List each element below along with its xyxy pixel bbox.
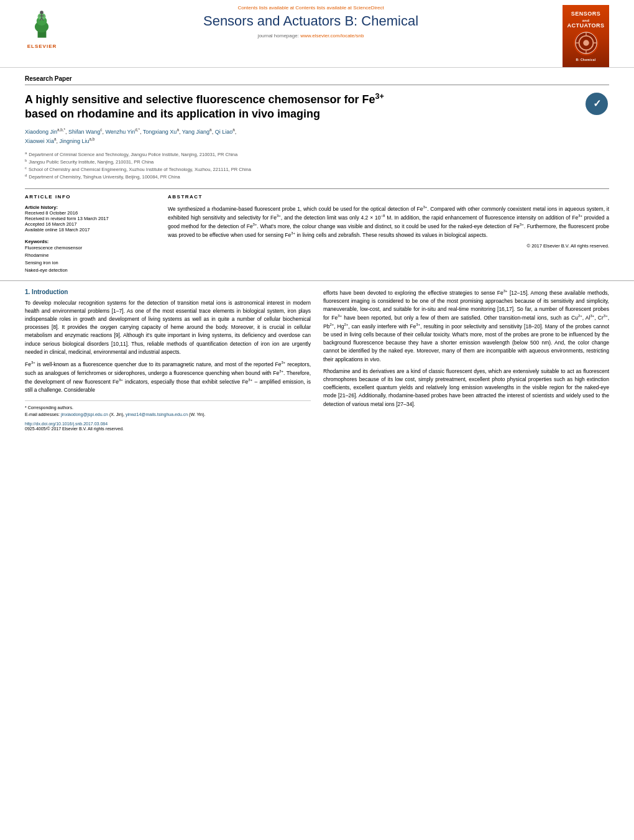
revised-date: Received in revised form 13 March 2017	[25, 216, 155, 221]
author-xiaowei-xia: Xiaowei Xia	[25, 138, 54, 144]
issn-text: 0925-4005/© 2017 Elsevier B.V. All right…	[25, 426, 311, 433]
doi-url[interactable]: http://dx.doi.org/10.1016/j.snb.2017.03.…	[25, 422, 311, 426]
homepage-url[interactable]: www.elsevier.com/locate/snb	[300, 33, 364, 39]
intro-para-1: To develop molecular recognition systems…	[25, 299, 311, 394]
affiliation-d: d Department of Chemistry, Tsinghua Univ…	[25, 173, 609, 181]
accepted-date: Accepted 16 March 2017	[25, 221, 155, 227]
email-link-1[interactable]: jinxiaodong@jspi.edu.cn	[61, 412, 108, 417]
authors-list: Xiaodong Jina,b,*, Shifan Wangc, Wenzhu …	[25, 127, 609, 146]
author-xiaodong-jin: Xiaodong Jin	[25, 129, 57, 135]
author-jingning-liu: Jingning Liu	[60, 138, 90, 144]
author-qi-liao: Qi Liao	[215, 129, 233, 135]
body-col-left: 1. Introduction To develop molecular rec…	[25, 288, 311, 433]
elsevier-tree-icon	[25, 5, 59, 42]
journal-header: ELSEVIER Contents lists available at Con…	[0, 0, 634, 68]
article-type-label: Research Paper	[25, 75, 609, 85]
body-columns: 1. Introduction To develop molecular rec…	[25, 288, 609, 433]
body-col-right: efforts have been devoted to exploring t…	[323, 288, 609, 433]
article-history: Article history: Received 8 October 2016…	[25, 205, 155, 233]
footnotes: * Corresponding authors. E-mail addresse…	[25, 400, 311, 418]
keyword-1: Fluorescence chemosensor	[25, 244, 155, 252]
intro-section-title: 1. Introduction	[25, 288, 311, 295]
keyword-3: Sensing iron ion	[25, 259, 155, 267]
doi-section: http://dx.doi.org/10.1016/j.snb.2017.03.…	[25, 422, 311, 433]
sensors-actuators-badge: SENSORS and ACTUATORS	[563, 5, 609, 67]
elsevier-logo: ELSEVIER	[25, 5, 59, 49]
available-date: Available online 18 March 2017	[25, 227, 155, 233]
svg-point-4	[40, 11, 44, 14]
author-yang-jiang: Yang Jiang	[182, 129, 209, 135]
article-info-abstract: ARTICLE INFO Article history: Received 8…	[25, 188, 609, 274]
email-link-2[interactable]: yinwz14@mails.tsinghua.edu.cn	[126, 412, 188, 417]
article-title: A highly sensitive and selective fluores…	[25, 91, 575, 122]
affiliations: a Department of Criminal Science and Tec…	[25, 151, 609, 181]
abstract-text: We synthesized a rhodamine-based fluores…	[168, 205, 609, 239]
badge-image	[574, 30, 599, 55]
keywords-label: Keywords:	[25, 239, 155, 244]
sciencedirect-link-text[interactable]: Contents lists available at ScienceDirec…	[295, 5, 384, 11]
intro-para-right-1: efforts have been devoted to exploring t…	[323, 288, 609, 408]
main-body: 1. Introduction To develop molecular rec…	[0, 280, 634, 445]
badge-title-sensors: SENSORS	[571, 11, 601, 17]
svg-text:✓: ✓	[593, 98, 601, 109]
author-shifan-wang: Shifan Wang	[68, 129, 100, 135]
email-footnote: E-mail addresses: jinxiaodong@jspi.edu.c…	[25, 412, 311, 418]
badge-subtitle: B: Chemical	[576, 58, 595, 62]
article-info-col: ARTICLE INFO Article history: Received 8…	[25, 194, 155, 274]
journal-info: Contents lists available at Contents lis…	[59, 5, 563, 39]
keywords-section: Keywords: Fluorescence chemosensor Rhoda…	[25, 239, 155, 274]
affiliation-b: b Jiangsu Public Security Institute, Nan…	[25, 159, 609, 166]
affiliation-c: c School of Chemistry and Chemical Engin…	[25, 166, 609, 173]
affiliation-a: a Department of Criminal Science and Tec…	[25, 151, 609, 159]
copyright-notice: © 2017 Elsevier B.V. All rights reserved…	[168, 243, 609, 249]
article-section: Research Paper A highly sensitive and se…	[0, 68, 634, 274]
crossmark-badge[interactable]: ✓	[584, 91, 609, 116]
page: ELSEVIER Contents lists available at Con…	[0, 0, 634, 840]
abstract-label: ABSTRACT	[168, 194, 609, 200]
abstract-col: ABSTRACT We synthesized a rhodamine-base…	[168, 194, 609, 274]
sciencedirect-text: Contents lists available at Contents lis…	[71, 5, 550, 11]
article-header: A highly sensitive and selective fluores…	[25, 91, 609, 122]
keyword-2: Rhodamine	[25, 252, 155, 259]
keyword-4: Naked-eye detection	[25, 267, 155, 274]
article-info-label: ARTICLE INFO	[25, 194, 155, 200]
author-wenzhu-yin: Wenzhu Yin	[105, 129, 135, 135]
badge-title-actuators: ACTUATORS	[567, 22, 604, 29]
svg-point-11	[583, 40, 589, 47]
author-tongxiang-xu: Tongxiang Xu	[143, 129, 177, 135]
journal-homepage: journal homepage: www.elsevier.com/locat…	[71, 33, 550, 39]
received-date: Received 8 October 2016	[25, 210, 155, 216]
elsevier-logo-section: ELSEVIER	[25, 5, 59, 49]
sensors-badge-container: SENSORS and ACTUATORS	[563, 5, 609, 67]
journal-title: Sensors and Actuators B: Chemical	[71, 13, 550, 29]
elsevier-wordmark: ELSEVIER	[27, 44, 57, 49]
corresponding-note: * Corresponding authors.	[25, 405, 311, 412]
